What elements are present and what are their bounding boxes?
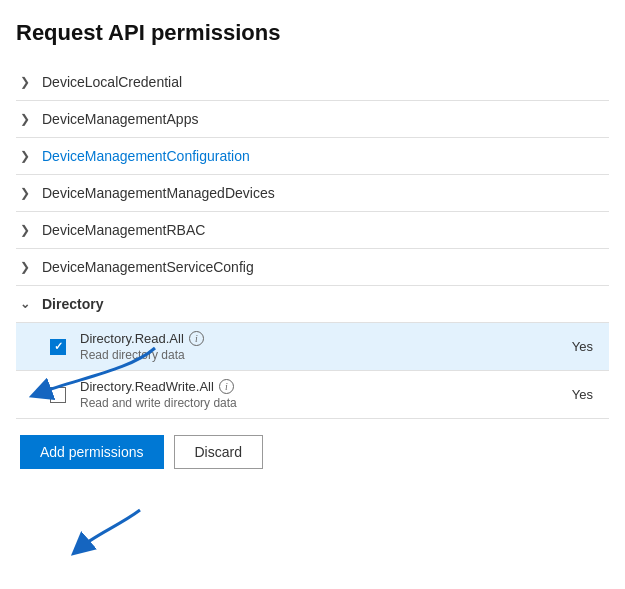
group-device-management-managed-devices: ❯ DeviceManagementManagedDevices (16, 175, 609, 212)
permission-row-read-all: Directory.Read.All i Read directory data… (16, 322, 609, 370)
perm-name: Directory.Read.All i (80, 331, 561, 346)
perm-name: Directory.ReadWrite.All i (80, 379, 561, 394)
group-header-device-management-managed-devices[interactable]: ❯ DeviceManagementManagedDevices (16, 175, 609, 211)
chevron-right-icon: ❯ (20, 149, 34, 163)
info-icon[interactable]: i (189, 331, 204, 346)
group-header-device-management-service-config[interactable]: ❯ DeviceManagementServiceConfig (16, 249, 609, 285)
chevron-right-icon: ❯ (20, 223, 34, 237)
permission-row-readwrite-all: Directory.ReadWrite.All i Read and write… (16, 370, 609, 418)
group-label: DeviceManagementConfiguration (42, 148, 250, 164)
discard-button[interactable]: Discard (174, 435, 263, 469)
chevron-right-icon: ❯ (20, 186, 34, 200)
permission-rows: Directory.Read.All i Read directory data… (16, 322, 609, 418)
group-device-local-credential: ❯ DeviceLocalCredential (16, 64, 609, 101)
group-device-management-configuration: ❯ DeviceManagementConfiguration (16, 138, 609, 175)
group-device-management-service-config: ❯ DeviceManagementServiceConfig (16, 249, 609, 286)
perm-info-read-all: Directory.Read.All i Read directory data (80, 331, 561, 362)
checkbox-directory-readwrite-all[interactable] (50, 387, 66, 403)
info-icon[interactable]: i (219, 379, 234, 394)
group-label: DeviceManagementRBAC (42, 222, 205, 238)
permissions-list: ❯ DeviceLocalCredential ❯ DeviceManageme… (16, 64, 609, 419)
chevron-down-icon: ⌄ (20, 297, 34, 311)
main-container: Request API permissions ❯ DeviceLocalCre… (0, 0, 625, 489)
perm-desc: Read and write directory data (80, 396, 561, 410)
group-header-directory[interactable]: ⌄ Directory (16, 286, 609, 322)
perm-admin-consent: Yes (561, 387, 601, 402)
group-header-device-management-apps[interactable]: ❯ DeviceManagementApps (16, 101, 609, 137)
checkbox-cell (44, 339, 72, 355)
group-directory: ⌄ Directory Directory.Read.All i Read d (16, 286, 609, 419)
perm-desc: Read directory data (80, 348, 561, 362)
group-label: DeviceManagementManagedDevices (42, 185, 275, 201)
group-device-management-rbac: ❯ DeviceManagementRBAC (16, 212, 609, 249)
chevron-right-icon: ❯ (20, 260, 34, 274)
page-title: Request API permissions (16, 20, 609, 46)
perm-admin-consent: Yes (561, 339, 601, 354)
group-header-device-management-rbac[interactable]: ❯ DeviceManagementRBAC (16, 212, 609, 248)
group-label: DeviceLocalCredential (42, 74, 182, 90)
chevron-right-icon: ❯ (20, 112, 34, 126)
footer-actions: Add permissions Discard (16, 435, 609, 469)
group-label: DeviceManagementApps (42, 111, 198, 127)
group-label: Directory (42, 296, 103, 312)
group-header-device-local-credential[interactable]: ❯ DeviceLocalCredential (16, 64, 609, 100)
add-permissions-button[interactable]: Add permissions (20, 435, 164, 469)
perm-info-readwrite-all: Directory.ReadWrite.All i Read and write… (80, 379, 561, 410)
group-header-device-management-configuration[interactable]: ❯ DeviceManagementConfiguration (16, 138, 609, 174)
checkbox-cell (44, 387, 72, 403)
chevron-right-icon: ❯ (20, 75, 34, 89)
group-device-management-apps: ❯ DeviceManagementApps (16, 101, 609, 138)
checkbox-directory-read-all[interactable] (50, 339, 66, 355)
group-label: DeviceManagementServiceConfig (42, 259, 254, 275)
